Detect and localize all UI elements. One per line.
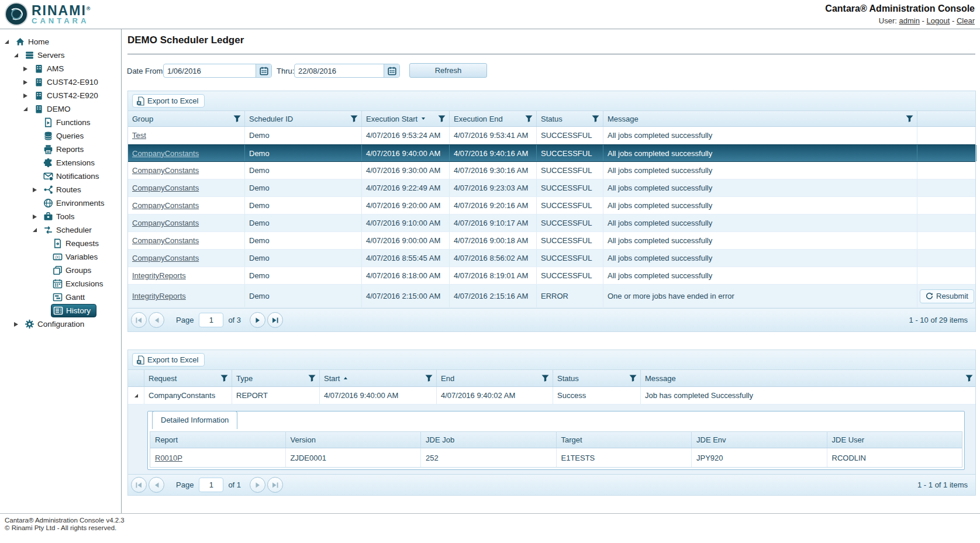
collapse-arrow-icon[interactable] — [33, 228, 43, 232]
ledger-row[interactable]: TestDemo4/07/2016 9:53:24 AM4/07/2016 9:… — [128, 127, 975, 144]
sidebar-item-notifications[interactable]: Notifications — [0, 170, 121, 183]
column-header-start[interactable]: Start — [320, 370, 437, 386]
column-header-type[interactable]: Type — [232, 370, 320, 386]
filter-icon[interactable] — [592, 115, 599, 122]
date-thru-input[interactable]: 22/08/2016 — [294, 64, 400, 78]
pager-prev-button[interactable] — [149, 477, 164, 493]
group-link[interactable]: CompanyConstants — [132, 201, 199, 210]
filter-icon[interactable] — [541, 375, 549, 382]
filter-icon[interactable] — [525, 115, 533, 122]
collapse-arrow-icon[interactable] — [23, 107, 34, 111]
pager-last-button[interactable] — [267, 312, 283, 328]
date-thru-value[interactable]: 22/08/2016 — [295, 64, 384, 77]
refresh-button[interactable]: Refresh — [409, 63, 487, 78]
collapse-arrow-icon[interactable] — [5, 40, 15, 44]
filter-icon[interactable] — [438, 115, 446, 122]
filter-icon[interactable] — [906, 115, 913, 122]
sidebar-item-groups[interactable]: Groups — [0, 264, 121, 277]
column-header-status[interactable]: Status — [553, 370, 641, 386]
sidebar-item-tools[interactable]: Tools — [0, 210, 121, 223]
collapse-row-icon[interactable] — [128, 387, 144, 404]
ledger-row[interactable]: CompanyConstantsDemo4/07/2016 9:22:49 AM… — [128, 179, 975, 197]
sidebar-item-functions[interactable]: Functions — [0, 116, 121, 129]
detail-column-version[interactable]: Version — [286, 432, 422, 448]
expand-arrow-icon[interactable] — [23, 80, 34, 85]
column-header-message[interactable]: Message — [641, 370, 976, 386]
sidebar-item-demo[interactable]: DEMO — [0, 102, 121, 116]
ledger-row[interactable]: CompanyConstantsDemo4/07/2016 9:30:00 AM… — [128, 162, 975, 179]
column-header-message[interactable]: Message — [603, 111, 917, 126]
column-header-execution-start[interactable]: Execution Start — [362, 111, 450, 126]
filter-icon[interactable] — [308, 375, 316, 382]
sidebar-item-extensions[interactable]: Extensions — [0, 156, 121, 170]
ledger-row[interactable]: CompanyConstantsDemo4/07/2016 9:00:00 AM… — [128, 232, 975, 250]
expand-arrow-icon[interactable] — [23, 94, 34, 98]
filter-icon[interactable] — [350, 115, 358, 122]
group-link[interactable]: CompanyConstants — [132, 254, 199, 262]
pager-first-button[interactable] — [131, 477, 147, 493]
expand-arrow-icon[interactable] — [23, 67, 34, 71]
detail-column-jde-user[interactable]: JDE User — [827, 432, 962, 448]
group-link[interactable]: CompanyConstants — [132, 184, 199, 192]
sidebar-item-cust42-e910[interactable]: CUST42-E910 — [0, 75, 121, 89]
sidebar-item-ams[interactable]: AMS — [0, 62, 121, 75]
pager-prev-button[interactable] — [149, 312, 164, 328]
request-row[interactable]: CompanyConstantsREPORT4/07/2016 9:40:00 … — [128, 387, 975, 404]
group-link[interactable]: CompanyConstants — [132, 236, 199, 245]
ledger-row[interactable]: CompanyConstantsDemo4/07/2016 9:20:00 AM… — [128, 197, 975, 215]
resubmit-button[interactable]: Resubmit — [920, 289, 974, 303]
ledger-row[interactable]: CompanyConstantsDemo4/07/2016 9:40:00 AM… — [128, 144, 975, 162]
sidebar-item-configuration[interactable]: Configuration — [0, 317, 121, 331]
logout-link[interactable]: Logout — [927, 16, 950, 25]
sidebar-item-queries[interactable]: Queries — [0, 129, 121, 143]
column-header-request[interactable]: Request — [144, 370, 232, 386]
filter-icon[interactable] — [965, 375, 973, 382]
filter-icon[interactable] — [629, 375, 637, 382]
expand-arrow-icon[interactable] — [33, 215, 43, 219]
sidebar-item-requests[interactable]: Requests — [0, 237, 121, 250]
group-link[interactable]: CompanyConstants — [132, 149, 199, 158]
column-header-scheduler-id[interactable]: Scheduler ID — [245, 111, 362, 126]
group-link[interactable]: Test — [132, 131, 146, 140]
pager-first-button[interactable] — [131, 312, 147, 328]
ledger-row[interactable]: IntegrityReportsDemo4/07/2016 2:15:00 AM… — [128, 285, 975, 308]
expand-arrow-icon[interactable] — [14, 322, 25, 327]
sidebar-item-routes[interactable]: Routes — [0, 183, 121, 196]
clear-link[interactable]: Clear — [957, 16, 975, 25]
sidebar-item-gantt[interactable]: Gantt — [0, 290, 121, 304]
tab-detailed-information[interactable]: Detailed Information — [152, 411, 237, 429]
sidebar-item-history[interactable]: History — [0, 304, 121, 317]
ledger-row[interactable]: CompanyConstantsDemo4/07/2016 9:10:00 AM… — [128, 215, 975, 232]
group-link[interactable]: CompanyConstants — [132, 219, 199, 227]
date-thru-calendar-button[interactable] — [384, 64, 399, 77]
date-from-value[interactable]: 1/06/2016 — [164, 64, 256, 77]
pager-page-input[interactable] — [199, 478, 223, 492]
group-link[interactable]: IntegrityReports — [132, 292, 186, 300]
ledger-row[interactable]: CompanyConstantsDemo4/07/2016 8:55:45 AM… — [128, 250, 975, 267]
sidebar-item-variables[interactable]: (x)Variables — [0, 250, 121, 264]
date-from-input[interactable]: 1/06/2016 — [163, 64, 272, 78]
pager-page-input[interactable] — [199, 313, 223, 327]
detail-column-jde-job[interactable]: JDE Job — [421, 432, 557, 448]
sidebar-item-home[interactable]: Home — [0, 35, 121, 49]
export-to-excel-button[interactable]: Export to Excel — [132, 94, 205, 108]
column-header-execution-end[interactable]: Execution End — [450, 111, 537, 126]
pager-last-button[interactable] — [267, 477, 283, 493]
group-link[interactable]: IntegrityReports — [132, 271, 186, 280]
export-to-excel-button[interactable]: Export to Excel — [132, 353, 205, 366]
sidebar-item-reports[interactable]: Reports — [0, 143, 121, 156]
ledger-row[interactable]: IntegrityReportsDemo4/07/2016 8:18:00 AM… — [128, 267, 975, 285]
user-name-link[interactable]: admin — [899, 16, 920, 25]
detail-column-report[interactable]: Report — [150, 432, 286, 448]
detail-column-jde-env[interactable]: JDE Env — [692, 432, 827, 448]
sidebar-item-cust42-e920[interactable]: CUST42-E920 — [0, 89, 121, 102]
sidebar-item-scheduler[interactable]: Scheduler — [0, 223, 121, 237]
pager-next-button[interactable] — [250, 477, 265, 493]
group-link[interactable]: CompanyConstants — [132, 166, 199, 175]
collapse-arrow-icon[interactable] — [14, 53, 25, 57]
sidebar-item-environments[interactable]: Environments — [0, 196, 121, 210]
sidebar-item-exclusions[interactable]: Exclusions — [0, 277, 121, 290]
rinami-logo[interactable]: RINAMI® CANTARA — [4, 2, 90, 26]
column-header-status[interactable]: Status — [537, 111, 603, 126]
pager-next-button[interactable] — [250, 312, 265, 328]
